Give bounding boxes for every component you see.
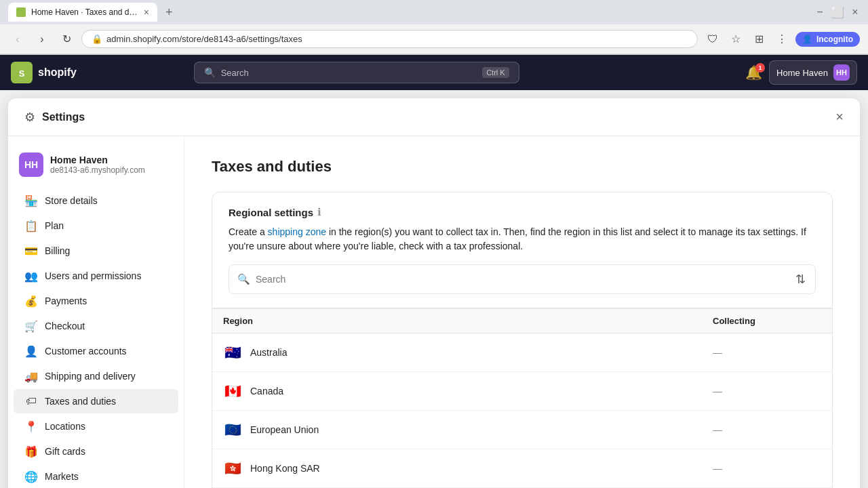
browser-menu-icon[interactable]: ⋮ [772, 30, 791, 49]
eu-name: European Union [250, 424, 713, 435]
notifications-button[interactable]: 🔔 1 [745, 64, 762, 81]
tab-close-button[interactable]: × [144, 7, 149, 18]
browser-toolbar: ‹ › ↻ 🔒 admin.shopify.com/store/de8143-a… [0, 24, 868, 54]
regional-settings-card: Regional settings ℹ Create a shipping zo… [212, 192, 833, 488]
store-selector-button[interactable]: Home Haven HH [769, 60, 857, 85]
close-window-button[interactable]: × [850, 7, 860, 17]
maximize-button[interactable]: ⬜ [833, 7, 842, 17]
sidebar-item-locations[interactable]: 📍 Locations [14, 414, 178, 439]
sidebar-nav: 🏪 Store details 📋 Plan 💳 Billing 👥 Users… [8, 188, 184, 488]
sidebar-item-plan[interactable]: 📋 Plan [14, 214, 178, 238]
header-right-actions: 🔔 1 Home Haven HH [745, 60, 857, 85]
search-icon: 🔍 [237, 273, 250, 285]
canada-name: Canada [250, 386, 713, 396]
sidebar-item-taxes-and-duties[interactable]: 🏷 Taxes and duties [14, 389, 178, 413]
customer-accounts-icon: 👤 [24, 344, 38, 358]
sidebar-item-gift-cards[interactable]: 🎁 Gift cards [14, 439, 178, 464]
bookmark-icon[interactable]: ☆ [726, 30, 745, 49]
shipping-icon: 🚚 [24, 369, 38, 383]
sidebar-item-label: Locations [45, 421, 167, 432]
tab-title: Home Haven · Taxes and dutie… [31, 7, 138, 17]
settings-body: HH Home Haven de8143-a6.myshopify.com 🏪 … [8, 136, 860, 488]
address-bar[interactable]: 🔒 admin.shopify.com/store/de8143-a6/sett… [81, 30, 698, 48]
canada-flag: 🇨🇦 [223, 382, 242, 401]
regional-settings-description: Create a shipping zone in the region(s) … [229, 225, 816, 253]
sidebar-item-checkout[interactable]: 🛒 Checkout [14, 314, 178, 338]
region-search-input[interactable] [256, 274, 789, 285]
ssl-icon: 🔒 [92, 34, 102, 44]
window-controls: − ⬜ × [815, 7, 860, 17]
eu-flag: 🇪🇺 [223, 420, 242, 439]
page-title: Taxes and duties [212, 158, 833, 176]
sidebar-item-label: Payments [45, 296, 167, 306]
regional-settings-section: Regional settings ℹ Create a shipping zo… [212, 192, 832, 308]
store-profile: HH Home Haven de8143-a6.myshopify.com [8, 147, 184, 188]
sidebar-item-label: Store details [45, 195, 167, 206]
settings-modal: ⚙ Settings × HH Home Haven de8143-a6.mys… [8, 98, 860, 488]
sort-button[interactable]: ⇅ [794, 270, 807, 288]
hk-name: Hong Kong SAR [250, 463, 713, 474]
sidebar-item-label: Taxes and duties [45, 396, 167, 407]
store-info: Home Haven de8143-a6.myshopify.com [50, 155, 145, 175]
sidebar-item-shipping-and-delivery[interactable]: 🚚 Shipping and delivery [14, 364, 178, 388]
tab-favicon [16, 7, 26, 17]
shopify-logo-text: shopify [38, 66, 77, 79]
store-domain: de8143-a6.myshopify.com [50, 165, 145, 175]
settings-close-button[interactable]: × [835, 109, 844, 125]
browser-tab[interactable]: Home Haven · Taxes and dutie… × [8, 3, 157, 22]
address-text: admin.shopify.com/store/de8143-a6/settin… [106, 34, 688, 44]
shopify-logo[interactable]: S shopify [11, 62, 77, 83]
plan-icon: 📋 [24, 219, 38, 232]
regional-settings-title: Regional settings [229, 207, 313, 218]
region-row-canada[interactable]: 🇨🇦 Canada — [212, 372, 832, 411]
info-icon[interactable]: ℹ [317, 206, 321, 218]
extensions-icon[interactable]: ⊞ [749, 30, 768, 49]
store-avatar: HH [19, 152, 43, 177]
gift-cards-icon: 🎁 [24, 445, 38, 458]
sidebar-item-users-and-permissions[interactable]: 👥 Users and permissions [14, 264, 178, 288]
sidebar-item-markets[interactable]: 🌐 Markets [14, 464, 178, 488]
search-icon: 🔍 [204, 67, 216, 78]
shopify-header: S shopify 🔍 Search Ctrl K 🔔 1 Home Haven… [0, 55, 868, 90]
refresh-button[interactable]: ↻ [57, 30, 76, 49]
users-icon: 👥 [24, 269, 38, 283]
region-row-hong-kong-sar[interactable]: 🇭🇰 Hong Kong SAR — [212, 449, 832, 488]
sidebar-item-store-details[interactable]: 🏪 Store details [14, 188, 178, 213]
store-name-label: Home Haven [776, 68, 828, 78]
svg-text:S: S [19, 68, 25, 79]
hk-collecting: — [713, 463, 821, 474]
shield-icon[interactable]: 🛡 [703, 30, 722, 49]
region-row-european-union[interactable]: 🇪🇺 European Union — [212, 411, 832, 449]
sidebar-item-label: Gift cards [45, 446, 167, 457]
settings-sidebar: HH Home Haven de8143-a6.myshopify.com 🏪 … [8, 136, 184, 488]
region-search-bar: 🔍 ⇅ [229, 264, 816, 294]
sidebar-item-label: Customer accounts [45, 346, 167, 357]
sidebar-item-label: Users and permissions [45, 270, 167, 281]
markets-icon: 🌐 [24, 470, 38, 483]
col-region-header: Region [223, 316, 713, 326]
hk-flag: 🇭🇰 [223, 459, 242, 478]
canada-collecting: — [713, 386, 821, 396]
forward-button[interactable]: › [33, 30, 52, 49]
australia-name: Australia [250, 347, 713, 358]
region-table: Region Collecting 🇦🇺 Australia — 🇨🇦 Cana… [212, 308, 832, 488]
shopify-logo-icon: S [11, 62, 33, 83]
desc-prefix: Create a [229, 226, 268, 237]
minimize-button[interactable]: − [815, 7, 825, 17]
sidebar-item-billing[interactable]: 💳 Billing [14, 239, 178, 263]
region-row-australia[interactable]: 🇦🇺 Australia — [212, 333, 832, 372]
shipping-zone-link[interactable]: shipping zone [268, 226, 326, 237]
sidebar-item-label: Checkout [45, 321, 167, 331]
sidebar-item-payments[interactable]: 💰 Payments [14, 289, 178, 313]
profile-label: Incognito [816, 35, 853, 44]
shopify-search-bar[interactable]: 🔍 Search Ctrl K [194, 62, 519, 83]
australia-flag: 🇦🇺 [223, 343, 242, 362]
sidebar-item-customer-accounts[interactable]: 👤 Customer accounts [14, 339, 178, 363]
col-collecting-header: Collecting [713, 316, 821, 326]
locations-icon: 📍 [24, 420, 38, 433]
search-placeholder-text: Search [221, 68, 477, 78]
back-button[interactable]: ‹ [8, 30, 27, 49]
sidebar-item-label: Markets [45, 471, 167, 482]
new-tab-button[interactable]: + [165, 5, 173, 20]
browser-profile[interactable]: 👤 Incognito [795, 32, 860, 47]
